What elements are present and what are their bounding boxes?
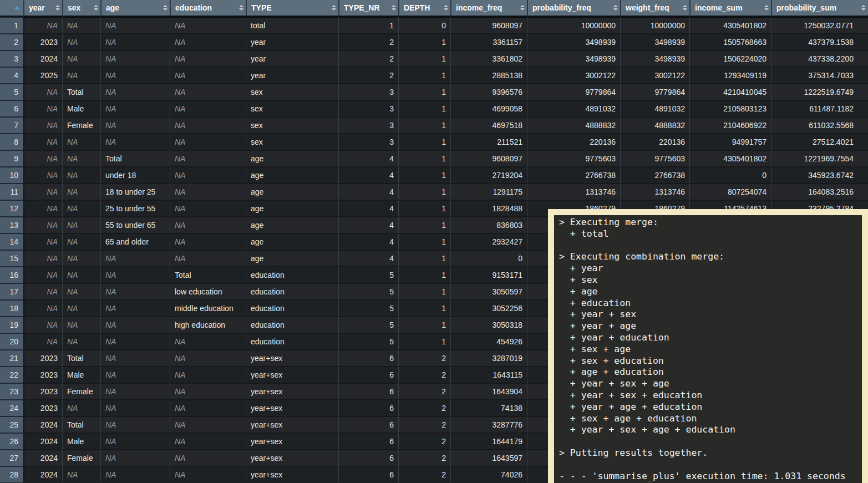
- cell-income_sum: 4305401802: [689, 150, 771, 166]
- column-header-probability_sum[interactable]: probability_sum: [771, 0, 868, 17]
- cell-year: NA: [23, 333, 62, 349]
- sort-icon: [520, 5, 525, 11]
- row-number: 20: [0, 333, 23, 349]
- cell-age: 18 to under 25: [100, 183, 170, 200]
- cell-age: NA: [100, 366, 170, 383]
- na-value: NA: [105, 437, 116, 446]
- cell-sex: NA: [62, 150, 100, 166]
- row-number: 14: [0, 233, 23, 250]
- row-number: 17: [0, 283, 23, 299]
- cell-DEPTH: 2: [398, 366, 450, 383]
- cell-education: NA: [170, 166, 246, 183]
- row-number: 10: [0, 166, 23, 183]
- cell-year: NA: [23, 116, 62, 133]
- na-value: NA: [175, 221, 185, 230]
- na-value: NA: [67, 187, 78, 196]
- cell-year: NA: [23, 166, 62, 183]
- column-header-age[interactable]: age: [100, 0, 170, 17]
- console-line: [559, 240, 862, 252]
- column-header-probability_freq[interactable]: probability_freq: [527, 0, 620, 17]
- cell-TYPE_NR: 4: [338, 166, 398, 183]
- row-number-column-header[interactable]: [0, 0, 23, 17]
- column-header-income_sum[interactable]: income_sum: [689, 0, 771, 17]
- cell-income_freq: 74026: [450, 466, 527, 482]
- cell-DEPTH: 1: [398, 116, 450, 133]
- column-header-TYPE_NR[interactable]: TYPE_NR: [338, 0, 398, 17]
- cell-probability_sum: 345923.6742: [771, 166, 868, 183]
- cell-sex: NA: [62, 17, 100, 33]
- cell-education: low education: [170, 283, 246, 299]
- console-line: + total: [559, 228, 862, 240]
- row-number: 4: [0, 67, 23, 83]
- cell-income_sum: 94991757: [689, 133, 771, 150]
- row-number: 3: [0, 50, 23, 67]
- cell-year: NA: [23, 233, 62, 250]
- cell-sex: NA: [62, 183, 100, 200]
- cell-probability_sum: 27512.4021: [771, 133, 868, 150]
- cell-year: NA: [23, 183, 62, 200]
- cell-probability_freq: 9779864: [527, 83, 620, 100]
- cell-TYPE_NR: 4: [338, 200, 398, 216]
- cell-TYPE_NR: 6: [338, 399, 398, 416]
- column-header-sex[interactable]: sex: [62, 0, 100, 17]
- cell-probability_sum: 611032.5568: [771, 116, 868, 133]
- cell-education: NA: [170, 399, 246, 416]
- cell-DEPTH: 1: [398, 33, 450, 50]
- cell-age: 55 to under 65: [100, 216, 170, 233]
- column-header-income_freq[interactable]: income_freq: [450, 0, 527, 17]
- console-line: + year + age: [559, 321, 862, 332]
- cell-probability_freq: 1313746: [527, 183, 620, 200]
- cell-TYPE_NR: 6: [338, 449, 398, 466]
- na-value: NA: [105, 420, 116, 429]
- cell-age: NA: [100, 67, 170, 83]
- column-header-weight_freq[interactable]: weight_freq: [620, 0, 689, 17]
- na-value: NA: [175, 138, 185, 146]
- console-line: + sex: [559, 274, 862, 286]
- na-value: NA: [47, 337, 58, 346]
- column-header-education[interactable]: education: [170, 0, 246, 17]
- row-number: 15: [0, 250, 23, 266]
- na-value: NA: [175, 154, 185, 163]
- na-value: NA: [175, 171, 185, 180]
- cell-TYPE: year+sex: [246, 366, 338, 383]
- na-value: NA: [105, 104, 116, 113]
- row-number: 9: [0, 150, 23, 166]
- cell-income_freq: 3050318: [450, 316, 527, 333]
- column-header-DEPTH[interactable]: DEPTH: [398, 0, 450, 17]
- sort-icon: [392, 5, 396, 11]
- column-label-probability_freq: probability_freq: [532, 3, 591, 12]
- cell-age: NA: [100, 416, 170, 433]
- na-value: NA: [67, 154, 78, 163]
- column-header-TYPE[interactable]: TYPE: [246, 0, 338, 17]
- sort-icon: [444, 5, 448, 11]
- cell-DEPTH: 1: [398, 316, 450, 333]
- table-row: 10NANAunder 18NAage412719204276673827667…: [0, 166, 868, 183]
- row-number: 25: [0, 416, 23, 433]
- row-number: 8: [0, 133, 23, 150]
- column-header-year[interactable]: year: [23, 0, 62, 17]
- cell-year: 2023: [23, 366, 62, 383]
- cell-education: NA: [170, 83, 246, 100]
- cell-income_freq: 1828488: [450, 200, 527, 216]
- cell-income_freq: 836803: [450, 216, 527, 233]
- column-label-income_freq: income_freq: [456, 3, 502, 12]
- cell-sex: NA: [62, 316, 100, 333]
- cell-sex: Total: [62, 349, 100, 366]
- cell-age: NA: [100, 466, 170, 482]
- na-value: NA: [47, 21, 58, 30]
- sort-icon: [861, 5, 866, 11]
- cell-TYPE_NR: 2: [338, 67, 398, 83]
- cell-income_freq: 9153171: [450, 266, 527, 283]
- cell-probability_sum: 1250032.0771: [771, 17, 868, 33]
- cell-TYPE: education: [246, 316, 338, 333]
- cell-year: NA: [23, 250, 62, 266]
- cell-income_sum: 2105803123: [689, 100, 771, 116]
- na-value: NA: [105, 454, 116, 462]
- cell-education: NA: [170, 216, 246, 233]
- cell-weight_freq: 4891032: [620, 100, 689, 116]
- na-value: NA: [47, 121, 58, 130]
- na-value: NA: [105, 138, 116, 146]
- cell-TYPE: education: [246, 299, 338, 316]
- column-label-income_sum: income_sum: [695, 3, 743, 12]
- cell-TYPE: education: [246, 333, 338, 349]
